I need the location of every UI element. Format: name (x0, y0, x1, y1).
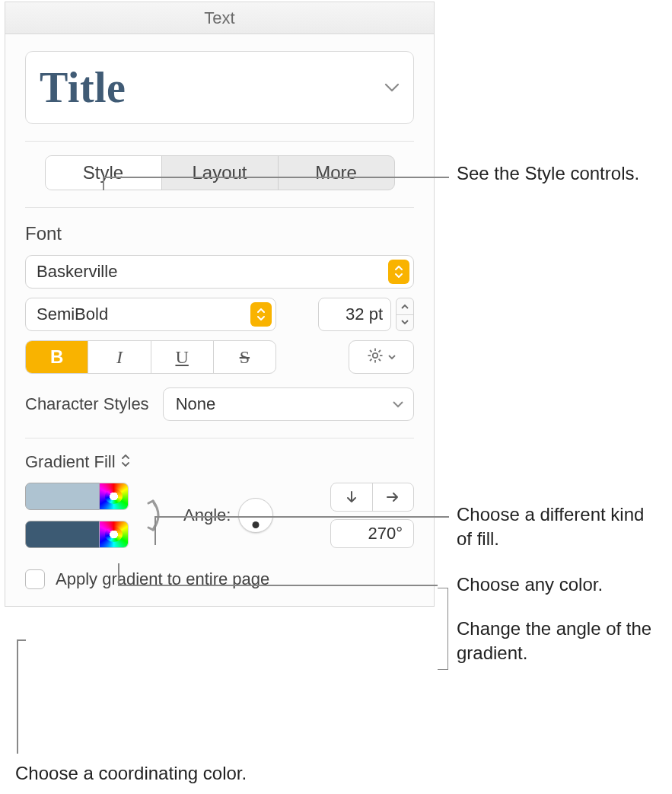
svg-line-7 (379, 350, 381, 352)
callout-any-color: Choose any color. (457, 572, 603, 597)
panel-title: Text (5, 2, 434, 34)
callout-lead (145, 585, 438, 586)
color-picker-2-button[interactable] (100, 521, 129, 548)
callout-lead (154, 516, 156, 545)
font-size-value: 32 pt (346, 305, 383, 324)
callout-fill-kind: Choose a different kind of fill. (457, 502, 662, 552)
text-style-segmented: B I U S (25, 340, 276, 374)
svg-line-8 (370, 359, 372, 362)
svg-point-0 (373, 353, 377, 358)
chevron-down-icon (384, 83, 400, 92)
underline-button[interactable]: U (151, 341, 214, 373)
callout-lead (17, 639, 26, 641)
divider (25, 207, 414, 208)
angle-field[interactable]: 270° (330, 519, 414, 548)
direction-horizontal-button[interactable] (373, 483, 414, 511)
callout-lead (118, 563, 119, 585)
character-styles-select[interactable]: None (163, 387, 414, 421)
font-weight-value: SemiBold (37, 305, 108, 324)
character-styles-value: None (176, 394, 216, 414)
divider (25, 141, 414, 142)
character-styles-label: Character Styles (25, 394, 149, 414)
fill-type-label: Gradient Fill (25, 452, 116, 472)
angle-knob[interactable] (238, 498, 273, 533)
angle-label: Angle: (183, 505, 231, 525)
swap-colors-button[interactable] (144, 494, 168, 537)
callout-lead (103, 177, 104, 190)
updown-arrows-icon (120, 454, 131, 467)
svg-line-6 (379, 359, 381, 362)
tab-layout[interactable]: Layout (162, 156, 279, 190)
italic-button[interactable]: I (88, 341, 151, 373)
callout-angle: Change the angle of the gradient. (457, 617, 662, 666)
fill-type-popup[interactable] (120, 454, 131, 470)
svg-line-5 (370, 350, 372, 352)
callout-bracket (438, 588, 448, 670)
gradient-color-2-well[interactable] (25, 521, 100, 548)
color-picker-1-button[interactable] (100, 483, 129, 510)
callout-lead (154, 516, 449, 518)
apply-gradient-page-checkbox[interactable] (25, 569, 45, 589)
callout-lead (17, 639, 18, 754)
font-size-stepper[interactable] (396, 298, 414, 331)
callout-style: See the Style controls. (457, 161, 662, 186)
stepper-down[interactable] (397, 315, 413, 331)
paragraph-style-popup[interactable]: Title (25, 51, 414, 124)
angle-value: 270° (368, 524, 403, 544)
chevron-down-icon (387, 354, 397, 360)
gradient-color-1-well[interactable] (25, 483, 100, 510)
font-weight-select[interactable]: SemiBold (25, 298, 276, 331)
apply-gradient-page-label: Apply gradient to entire page (56, 569, 269, 589)
font-family-value: Baskerville (37, 262, 117, 282)
font-section-label: Font (25, 223, 414, 244)
paragraph-style-name: Title (40, 63, 126, 112)
updown-arrows-icon (388, 260, 409, 284)
direction-vertical-button[interactable] (331, 483, 373, 511)
font-family-select[interactable]: Baskerville (25, 255, 414, 289)
tab-segmented-control: Style Layout More (45, 155, 395, 190)
callout-lead (103, 177, 449, 178)
callout-lead (118, 585, 145, 586)
divider (25, 438, 414, 438)
stepper-up[interactable] (397, 298, 413, 315)
bold-button[interactable]: B (26, 341, 88, 373)
callout-coord-color: Choose a coordinating color. (15, 761, 247, 786)
gradient-direction-segmented (330, 483, 414, 512)
advanced-options-button[interactable] (349, 340, 414, 374)
font-size-field[interactable]: 32 pt (318, 298, 391, 331)
gear-icon (366, 346, 384, 368)
strikethrough-button[interactable]: S (214, 341, 275, 373)
tab-more[interactable]: More (279, 156, 394, 190)
chevron-down-icon (392, 400, 404, 408)
updown-arrows-icon (250, 302, 272, 327)
